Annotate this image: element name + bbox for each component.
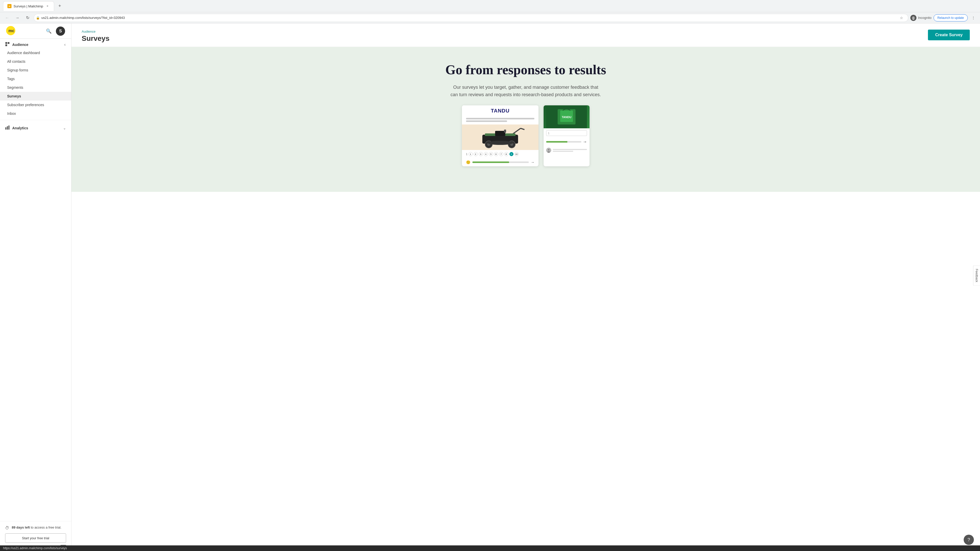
svg-point-32 <box>548 149 549 151</box>
active-tab[interactable]: M Surveys | Mailchimp × <box>3 1 54 11</box>
hero-subtitle: Our surveys let you target, gather, and … <box>449 84 602 98</box>
smiley-icon: 🙂 <box>466 160 470 164</box>
browser-tab-bar: M Surveys | Mailchimp × + <box>0 0 980 12</box>
relaunch-button[interactable]: Relaunch to update <box>934 14 968 21</box>
next-arrow[interactable]: → <box>531 160 535 164</box>
card-image-area <box>462 124 538 150</box>
status-url: https://us21.admin.mailchimp.com/lists/s… <box>3 546 67 550</box>
small-card-progress: → <box>544 138 590 146</box>
sidebar-item-segments[interactable]: Segments <box>0 83 71 92</box>
card-lines <box>462 116 538 124</box>
sidebar-section-header: Audience ‹ <box>0 39 71 48</box>
small-footer-line-2 <box>553 151 573 152</box>
clock-icon: ⏱ <box>5 526 9 530</box>
svg-rect-9 <box>7 126 8 130</box>
sidebar-collapse-button[interactable]: ‹ <box>64 42 66 48</box>
small-card-img: TANDU <box>544 105 590 128</box>
sidebar-section-title: Audience <box>5 42 28 48</box>
small-next-arrow[interactable]: → <box>583 140 587 144</box>
rating-9[interactable]: 9 <box>509 152 514 156</box>
svg-rect-25 <box>495 131 505 136</box>
search-button[interactable]: 🔍 <box>45 27 53 35</box>
card-brand: TANDU <box>462 105 538 116</box>
svg-rect-26 <box>504 130 506 133</box>
small-progress-fill <box>546 141 581 143</box>
card-brand-text: TANDU <box>466 108 535 114</box>
analytics-icon <box>5 125 10 131</box>
page-header: Audience Surveys Create Survey <box>72 24 980 47</box>
card-line-1 <box>466 118 535 119</box>
small-footer-line-1 <box>553 149 587 150</box>
sidebar-item-surveys[interactable]: Surveys <box>0 92 71 100</box>
rating-8[interactable]: 8 <box>504 152 508 156</box>
address-bar[interactable]: 🔒 us21.admin.mailchimp.com/lists/surveys… <box>34 14 908 22</box>
help-button[interactable]: ? <box>964 535 974 545</box>
preview-cards: TANDU <box>82 105 970 182</box>
browser-menu-button[interactable]: ⋮ <box>970 14 977 21</box>
mailchimp-logo[interactable]: mc <box>6 26 15 36</box>
address-bar-actions: ☆ <box>898 14 905 21</box>
sidebar-item-analytics[interactable]: Analytics ⌄ <box>0 122 71 134</box>
sidebar-scroll: Audience ‹ Audience dashboard All contac… <box>0 39 71 521</box>
rating-3[interactable]: 3 <box>479 152 483 156</box>
small-card-img-bg: TANDU <box>544 105 590 128</box>
user-avatar[interactable]: S <box>56 27 65 36</box>
svg-point-23 <box>487 141 513 145</box>
progress-bar <box>473 162 529 163</box>
audience-icon <box>5 42 10 48</box>
hero-title: Go from responses to results <box>82 62 970 78</box>
address-text: us21.admin.mailchimp.com/lists/surveys/?… <box>41 16 896 20</box>
rating-7[interactable]: 7 <box>499 152 503 156</box>
tab-close-button[interactable]: × <box>45 4 50 8</box>
rating-1[interactable]: 1 <box>469 152 473 156</box>
sidebar-item-inbox[interactable]: Inbox <box>0 109 71 118</box>
preview-card-small: TANDU → <box>544 105 590 166</box>
svg-point-1 <box>913 17 914 18</box>
card-footer: 🙂 → <box>462 158 538 166</box>
small-card-footer <box>544 146 590 155</box>
incognito-icon <box>910 15 916 21</box>
reload-button[interactable]: ↻ <box>24 14 32 22</box>
small-card-input-field[interactable] <box>546 130 587 136</box>
start-trial-button[interactable]: Start your free trial <box>5 534 66 543</box>
forward-button[interactable]: → <box>13 14 21 22</box>
feedback-tab[interactable]: Feedback <box>973 265 980 286</box>
page-title: Surveys <box>82 35 110 43</box>
new-tab-button[interactable]: + <box>56 3 63 10</box>
sidebar-item-subscriber-preferences[interactable]: Subscriber preferences <box>0 100 71 109</box>
rating-2[interactable]: 2 <box>474 152 478 156</box>
bookmark-button[interactable]: ☆ <box>898 14 905 21</box>
app-topbar: mc 🔍 S <box>0 24 71 39</box>
rating-6[interactable]: 6 <box>494 152 498 156</box>
analytics-chevron-icon: ⌄ <box>63 126 66 130</box>
app-layout: mc 🔍 S Audience ‹ Audienc <box>0 24 980 551</box>
back-button[interactable]: ← <box>3 14 11 22</box>
analytics-label: Analytics <box>12 126 28 130</box>
sidebar-item-audience-dashboard[interactable]: Audience dashboard <box>0 48 71 57</box>
sidebar-item-signup-forms[interactable]: Signup forms <box>0 66 71 75</box>
svg-rect-8 <box>5 127 6 130</box>
svg-point-2 <box>912 18 915 20</box>
hero-section: Go from responses to results Our surveys… <box>72 47 980 192</box>
sidebar-item-all-contacts[interactable]: All contacts <box>0 57 71 66</box>
page-header-left: Audience Surveys <box>82 30 110 43</box>
sidebar-item-tags[interactable]: Tags <box>0 75 71 83</box>
svg-point-33 <box>547 151 550 153</box>
create-survey-button[interactable]: Create Survey <box>928 30 970 40</box>
lawn-mower-image <box>462 124 538 150</box>
svg-rect-5 <box>5 42 7 44</box>
trial-text: 89 days left to access a free trial. <box>12 526 61 529</box>
svg-text:mc: mc <box>8 29 14 33</box>
rating-4[interactable]: 4 <box>484 152 488 156</box>
small-card-image: TANDU <box>544 105 590 128</box>
svg-rect-6 <box>8 42 10 44</box>
rating-10[interactable]: 10 <box>514 152 519 156</box>
card-line-2 <box>466 121 507 122</box>
card-rating: 1 1 2 3 4 5 6 7 8 9 10 <box>462 150 538 158</box>
tab-title: Surveys | Mailchimp <box>14 4 43 8</box>
breadcrumb[interactable]: Audience <box>82 30 110 33</box>
small-footer-lines <box>553 149 587 152</box>
svg-rect-10 <box>8 125 10 130</box>
rating-5[interactable]: 5 <box>489 152 493 156</box>
address-bar-row: ← → ↻ 🔒 us21.admin.mailchimp.com/lists/s… <box>0 12 980 24</box>
